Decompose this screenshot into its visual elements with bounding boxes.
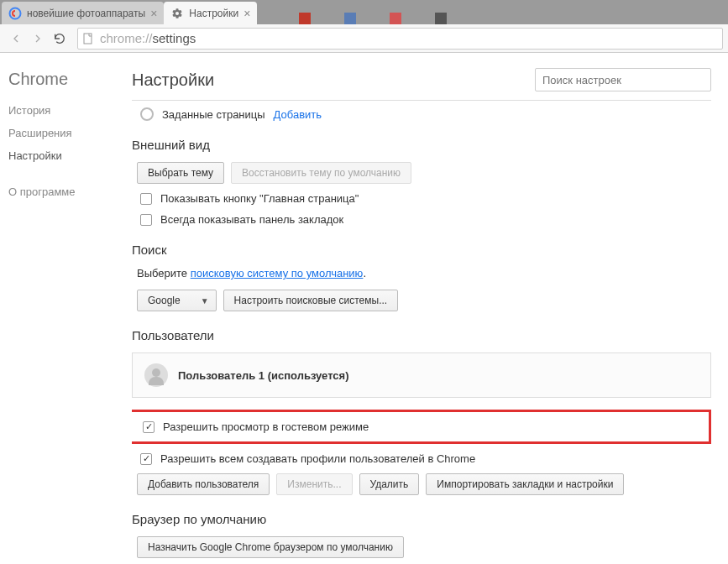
chevron-down-icon: ▼ [201,296,209,306]
select-value: Google [148,295,181,306]
sidebar-item-about[interactable]: О программе [8,185,132,198]
back-button[interactable] [5,28,27,50]
add-pages-link[interactable]: Добавить [274,108,322,121]
delete-user-button[interactable]: Удалить [359,473,420,495]
forward-button[interactable] [27,28,49,50]
checkbox-label: Всегда показывать панель закладок [160,213,343,226]
reset-theme-button: Восстановить тему по умолчанию [231,162,411,184]
search-engine-select[interactable]: Google ▼ [137,290,217,311]
svg-rect-1 [84,34,92,44]
browser-tab-inactive[interactable]: новейшие фотоаппараты × [2,2,164,24]
checkbox-show-bookmarks[interactable] [140,214,152,226]
choose-theme-button[interactable]: Выбрать тему [137,162,224,184]
close-icon[interactable]: × [150,7,157,20]
import-button[interactable]: Импортировать закладки и настройки [426,473,624,495]
close-icon[interactable]: × [244,7,250,20]
edit-user-button: Изменить... [276,473,352,495]
user-name: Пользователь 1 (используется) [178,369,349,382]
section-title-search: Поиск [132,243,711,257]
search-choose-text: Выберите [137,267,191,279]
current-user-card: Пользователь 1 (используется) [132,352,711,398]
page-icon [83,33,95,44]
section-title-default-browser: Браузер по умолчанию [132,512,711,526]
browser-tabstrip: новейшие фотоаппараты × Настройки × [0,0,728,24]
startup-label: Заданные страницы [162,108,265,121]
page-title: Настройки [132,70,214,90]
background-tabs [257,13,728,24]
checkbox-label: Показывать кнопку "Главная страница" [160,192,359,205]
checkbox-label: Разрешить просмотр в гостевом режиме [163,420,369,433]
checkbox-allow-create[interactable]: ✓ [140,453,152,465]
section-title-users: Пользователи [132,328,711,342]
bg-tab[interactable] [390,13,401,24]
radio-unchecked-icon[interactable] [140,107,154,121]
bg-tab[interactable] [299,13,311,24]
browser-toolbar: chrome://settings [0,24,728,53]
sidebar-brand: Chrome [8,70,132,89]
tab-title: Настройки [189,8,238,19]
sidebar-item-settings[interactable]: Настройки [8,149,132,162]
avatar [144,363,168,387]
gear-icon [170,7,184,20]
search-input[interactable] [535,68,711,91]
settings-content: Настройки Заданные страницы Добавить Вне… [132,53,728,564]
bg-tab[interactable] [435,13,447,24]
sidebar-item-history[interactable]: История [8,104,132,117]
address-bar[interactable]: chrome://settings [77,28,723,50]
bg-tab[interactable] [344,13,356,24]
sidebar-item-extensions[interactable]: Расширения [8,127,132,139]
set-default-browser-button[interactable]: Назначить Google Chrome браузером по умо… [137,536,404,558]
browser-tab-active[interactable]: Настройки × [164,2,257,24]
highlight-annotation: ✓ Разрешить просмотр в гостевом режиме [132,410,711,444]
url-scheme: chrome:// [100,31,153,45]
startup-option-row: Заданные страницы Добавить [140,107,711,121]
checkbox-guest-mode[interactable]: ✓ [143,421,155,433]
reload-button[interactable] [49,28,71,50]
checkbox-show-home[interactable] [140,193,152,205]
add-user-button[interactable]: Добавить пользователя [137,473,270,495]
google-favicon [8,7,22,20]
settings-sidebar: Chrome История Расширения Настройки О пр… [0,53,132,564]
tab-title: новейшие фотоаппараты [27,8,145,19]
url-path: settings [153,31,196,45]
section-title-appearance: Внешний вид [132,138,711,152]
manage-search-button[interactable]: Настроить поисковые системы... [223,290,399,311]
svg-point-0 [10,8,21,18]
checkbox-label: Разрешить всем создавать профили пользов… [160,452,475,465]
default-search-link[interactable]: поисковую систему по умолчанию [191,267,364,279]
